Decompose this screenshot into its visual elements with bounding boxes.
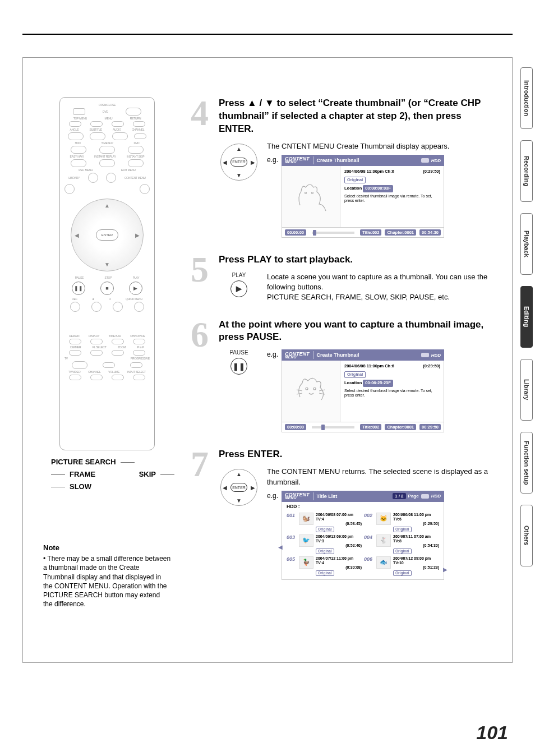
eg-label: e.g.	[267, 349, 278, 358]
step-number-7: 7	[188, 448, 211, 579]
note-title: Note	[43, 543, 171, 552]
remote-pause-icon: ❚❚	[72, 282, 85, 295]
eg-label: e.g.	[267, 491, 278, 500]
title-list-item: 004 🐇 2004/07/11 07:00 am TV:8(0:54:30)O…	[364, 534, 439, 554]
step-5: 5 Press PLAY to start playback. PLAY ▶ L…	[188, 253, 495, 303]
tab-playback: Playback	[520, 213, 533, 275]
eg-label: e.g.	[267, 155, 278, 164]
tab-others: Others	[520, 505, 533, 566]
step-number-5: 5	[188, 253, 211, 303]
note-body: • There may be a small difference betwee…	[43, 554, 171, 609]
svg-point-2	[306, 388, 308, 390]
title-list-item: 005 🦆 2004/07/12 11:00 pm TV:4(0:30:08)O…	[287, 556, 362, 576]
enter-dpad-icon: ▲▼◀▶ ENTER	[220, 144, 257, 181]
nav-left-icon: ◀	[278, 544, 283, 550]
playhead-icon	[313, 230, 316, 236]
remote-play-icon: ▶	[129, 282, 142, 295]
step-4-body: The CNTENT MENU Create Thumbnail display…	[267, 141, 495, 151]
tab-library: Library	[520, 359, 533, 421]
remote-dpad: ▲▼◀▶ ENTER	[71, 199, 144, 271]
title-list-item: 001 🐿️ 2004/06/08 07:00 am TV:4(0:53:45)…	[287, 513, 362, 532]
osd-create-thumbnail-2: CONTENTMENU Create Thumbnail HDD	[282, 349, 444, 432]
step-7: 7 Press ENTER. ▲▼◀▶ ENTER The CON	[188, 448, 495, 579]
step-4-heading: Press ▲ / ▼ to select “Create thumbnail”…	[219, 97, 495, 136]
tab-introduction: Introduction	[520, 67, 533, 129]
pause-button-icon: ❚❚	[230, 358, 247, 375]
svg-point-0	[305, 192, 307, 193]
step-7-body: The CONTENT MENU returns. The selected s…	[267, 467, 495, 487]
remote-callouts: PICTURE SEARCH FRAME SKIP SLOW	[40, 456, 174, 493]
tab-function-setup: Function setup	[520, 432, 533, 494]
enter-dpad-icon: ▲▼◀▶ ENTER	[220, 469, 257, 506]
step-number-4: 4	[188, 97, 211, 238]
tab-recording: Recording	[520, 140, 533, 202]
tray-icon	[421, 353, 429, 357]
step-7-heading: Press ENTER.	[219, 448, 495, 461]
step-5-body-1: Locate a scene you want to capture as a …	[267, 272, 495, 292]
step-6: 6 At the point where you want to capture…	[188, 319, 495, 433]
title-list-item: 002 🐱 2004/06/08 11:00 pm TV:6(0:29:50)O…	[364, 513, 439, 532]
step-4: 4 Press ▲ / ▼ to select “Create thumbnai…	[188, 97, 495, 238]
side-tabs: Introduction Recording Playback Editing …	[520, 67, 533, 566]
play-button-icon: ▶	[230, 280, 247, 297]
svg-point-3	[313, 388, 316, 390]
step-6-heading: At the point where you want to capture a…	[219, 319, 495, 344]
osd-title-list: CONTENTMENU Title List 1 / 2 Page HDD	[282, 491, 444, 580]
nav-right-icon: ▶	[443, 566, 448, 573]
step-5-body-2: PICTURE SEARCH, FRAME, SLOW, SKIP, PAUSE…	[267, 292, 495, 302]
title-list-item: 006 🐟 2004/07/12 09:00 pm TV:10(0:51:28)…	[364, 556, 439, 576]
step-5-heading: Press PLAY to start playback.	[219, 253, 495, 266]
cat-face-thumbnail-icon	[289, 372, 334, 411]
osd-create-thumbnail-1: CONTENTMENU Create Thumbnail HDD	[282, 155, 444, 238]
tray-icon	[421, 494, 429, 499]
step-number-6: 6	[188, 319, 211, 433]
remote-diagram: OPEN/CLOSE DVD TOP MENUMENURETURN ANGLES…	[59, 97, 155, 450]
cat-thumbnail-icon	[289, 177, 334, 216]
remote-stop-icon: ■	[100, 282, 114, 295]
page-number: 101	[476, 722, 508, 744]
tray-icon	[421, 158, 429, 163]
title-list-item: 003 🐦 2004/06/12 09:00 pm TV:3(0:52:40)O…	[287, 534, 362, 554]
svg-point-1	[312, 192, 313, 193]
tab-editing: Editing	[520, 286, 533, 348]
playhead-icon	[321, 425, 325, 430]
